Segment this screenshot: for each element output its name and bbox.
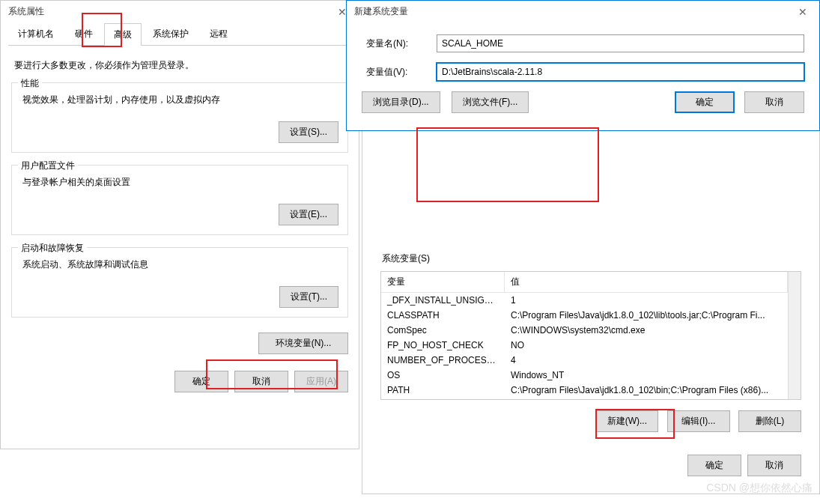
tab-computer-name[interactable]: 计算机名 [8, 22, 64, 45]
table-row[interactable]: OSWindows_NT [381, 368, 788, 383]
performance-label: 性能 [18, 77, 42, 90]
table-row[interactable]: PATHC:\Program Files\Java\jdk1.8.0_102\b… [381, 383, 788, 398]
sysvars-edit-button[interactable]: 编辑(I)... [667, 410, 730, 432]
scrollbar[interactable] [788, 272, 801, 399]
performance-fieldset: 性能 视觉效果，处理器计划，内存使用，以及虚拟内存 设置(S)... [11, 82, 348, 153]
sysvars-new-button[interactable]: 新建(W)... [595, 410, 658, 432]
sysprops-content: 要进行大多数更改，你必须作为管理员登录。 性能 视觉效果，处理器计划，内存使用，… [1, 46, 359, 363]
startup-recovery-settings-button[interactable]: 设置(T)... [279, 286, 338, 308]
newvar-ok-button[interactable]: 确定 [675, 91, 735, 113]
environment-variables-button[interactable]: 环境变量(N)... [258, 333, 348, 354]
table-row[interactable]: NUMBER_OF_PROCESSORS4 [381, 353, 788, 368]
sys-vars-table[interactable]: 变量 值 _DFX_INSTALL_UNSIGNED...1 CLASSPATH… [380, 271, 801, 400]
sys-vars-col-name: 变量 [381, 272, 505, 292]
var-name-label: 变量名(N): [362, 37, 437, 50]
system-properties-dialog: 系统属性 ✕ 计算机名 硬件 高级 系统保护 远程 要进行大多数更改，你必须作为… [0, 0, 359, 449]
tab-system-protection[interactable]: 系统保护 [143, 22, 198, 45]
table-row[interactable]: FP_NO_HOST_CHECKNO [381, 338, 788, 353]
envvars-ok-button[interactable]: 确定 [687, 455, 741, 476]
user-profile-label: 用户配置文件 [18, 160, 78, 172]
envvars-cancel-button[interactable]: 取消 [747, 455, 801, 476]
table-row[interactable]: CLASSPATHC:\Program Files\Java\jdk1.8.0_… [381, 308, 788, 323]
sysprops-cancel-button[interactable]: 取消 [234, 371, 288, 392]
tab-remote[interactable]: 远程 [200, 22, 237, 45]
tab-advanced[interactable]: 高级 [104, 23, 142, 46]
close-icon[interactable]: ✕ [794, 6, 812, 18]
newvar-content: 变量名(N): 变量值(V): 浏览目录(D)... 浏览文件(F)... 确定… [347, 22, 819, 122]
var-value-input[interactable] [437, 63, 804, 81]
newvar-cancel-button[interactable]: 取消 [744, 91, 804, 113]
performance-desc: 视觉效果，处理器计划，内存使用，以及虚拟内存 [22, 94, 338, 106]
watermark-text: CSDN @想你依然心痛 [706, 482, 813, 495]
sys-vars-col-value: 值 [505, 272, 788, 292]
newvar-title: 新建系统变量 [354, 5, 408, 18]
newvar-titlebar: 新建系统变量 ✕ [347, 1, 819, 22]
startup-recovery-label: 启动和故障恢复 [18, 242, 87, 255]
table-row[interactable]: ComSpecC:\WINDOWS\system32\cmd.exe [381, 323, 788, 338]
sysprops-dialog-bottom: 确定 取消 应用(A) [1, 363, 359, 403]
sysprops-apply-button[interactable]: 应用(A) [294, 371, 348, 392]
startup-recovery-fieldset: 启动和故障恢复 系统启动、系统故障和调试信息 设置(T)... [11, 247, 348, 318]
sys-vars-header: 变量 值 [381, 272, 788, 293]
sys-vars-label: 系统变量(S) [382, 252, 801, 265]
user-profile-settings-button[interactable]: 设置(E)... [279, 204, 338, 225]
var-value-label: 变量值(V): [362, 66, 437, 79]
var-name-input[interactable] [437, 34, 804, 52]
var-value-row: 变量值(V): [362, 63, 804, 81]
sysprops-titlebar: 系统属性 ✕ [1, 1, 359, 22]
browse-dir-button[interactable]: 浏览目录(D)... [362, 91, 440, 113]
performance-settings-button[interactable]: 设置(S)... [279, 121, 338, 143]
sysprops-ok-button[interactable]: 确定 [174, 371, 228, 392]
new-system-variable-dialog: 新建系统变量 ✕ 变量名(N): 变量值(V): 浏览目录(D)... 浏览文件… [346, 0, 820, 131]
user-profile-desc: 与登录帐户相关的桌面设置 [22, 176, 338, 189]
sysprops-title: 系统属性 [8, 5, 44, 18]
table-row[interactable]: _DFX_INSTALL_UNSIGNED...1 [381, 293, 788, 308]
sysprops-tabs: 计算机名 硬件 高级 系统保护 远程 [8, 22, 351, 46]
user-profile-fieldset: 用户配置文件 与登录帐户相关的桌面设置 设置(E)... [11, 165, 348, 235]
var-name-row: 变量名(N): [362, 34, 804, 52]
sysvars-delete-button[interactable]: 删除(L) [738, 410, 801, 432]
tab-hardware[interactable]: 硬件 [65, 22, 103, 45]
admin-info-text: 要进行大多数更改，你必须作为管理员登录。 [14, 59, 348, 72]
browse-file-button[interactable]: 浏览文件(F)... [452, 91, 529, 113]
startup-recovery-desc: 系统启动、系统故障和调试信息 [22, 258, 338, 271]
